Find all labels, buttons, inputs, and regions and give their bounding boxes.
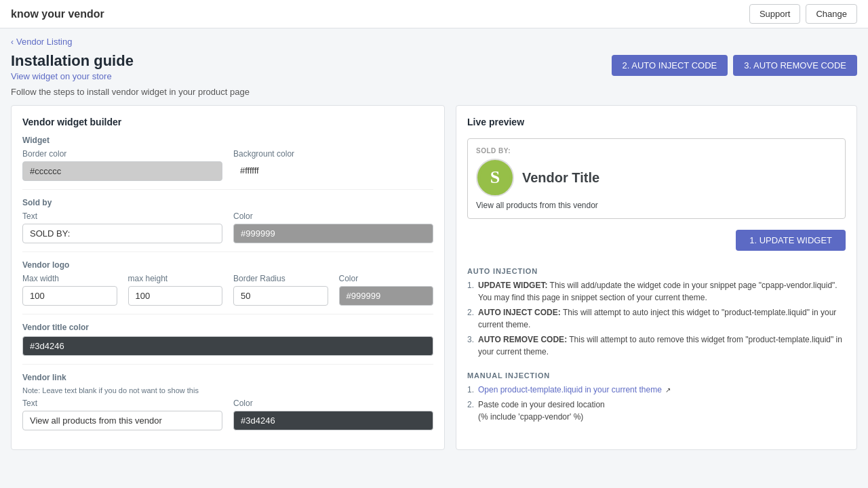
border-color-swatch[interactable]: #cccccc	[22, 161, 222, 181]
widget-section-label: Widget	[22, 136, 433, 145]
max-width-group: Max width	[22, 274, 117, 306]
auto-injection-list: UPDATE WIDGET: This will add/update the …	[467, 279, 846, 358]
breadcrumb[interactable]: ‹ Vendor Listing	[0, 28, 868, 47]
vendor-link-text-input[interactable]	[22, 411, 222, 430]
manual-injection-item-1: Open product-template.liquid in your cur…	[467, 384, 846, 396]
header-actions: 2. AUTO INJECT CODE 3. AUTO REMOVE CODE	[612, 55, 857, 76]
preview-sold-by-label: SOLD BY:	[476, 147, 837, 155]
border-color-label: Border color	[22, 149, 222, 159]
app-logo: know your vendor	[11, 8, 104, 20]
top-nav: know your vendor Support Change	[0, 0, 868, 28]
vendor-link-color-swatch[interactable]: #3d4246	[233, 411, 433, 430]
vendor-logo-section-label: Vendor logo	[22, 260, 433, 270]
auto-injection-section: AUTO INJECTION UPDATE WIDGET: This will …	[467, 267, 846, 366]
preview-vendor-link[interactable]: View all products from this vendor	[476, 201, 837, 210]
main-layout: Vendor widget builder Widget Border colo…	[0, 105, 868, 461]
vendor-title-text: Vendor Title	[522, 170, 599, 186]
auto-remove-button[interactable]: 3. AUTO REMOVE CODE	[733, 55, 857, 76]
auto-injection-item-1: UPDATE WIDGET: This will add/update the …	[467, 279, 846, 304]
external-link-icon: ↗	[665, 386, 671, 394]
include-code-text: (% include 'cpapp-vendor' %)	[478, 412, 583, 422]
vendor-logo: S	[476, 159, 514, 197]
svg-text:S: S	[490, 167, 500, 187]
sold-by-color-swatch[interactable]: #999999	[233, 224, 433, 243]
vendor-link-text-label: Text	[22, 399, 222, 408]
nav-actions: Support Change	[749, 4, 857, 24]
vendor-link-row: Text Color #3d4246	[22, 399, 433, 430]
auto-injection-key-3: AUTO REMOVE CODE:	[478, 335, 567, 344]
view-store-link[interactable]: View widget on your store	[11, 71, 134, 81]
bg-color-label: Backgrount color	[233, 149, 433, 159]
change-button[interactable]: Change	[806, 4, 857, 24]
sold-by-text-label: Text	[22, 211, 222, 221]
manual-injection-item-2: Paste code in your desired location (% i…	[467, 399, 846, 423]
widget-preview-box: SOLD BY: S Vendor Title View all product…	[467, 138, 846, 219]
page-title-area: Installation guide View widget on your s…	[11, 52, 134, 81]
page-title: Installation guide	[11, 52, 134, 70]
vendor-link-text-group: Text	[22, 399, 222, 430]
sold-by-text-input[interactable]	[22, 224, 222, 243]
auto-injection-item-3: AUTO REMOVE CODE: This will attempt to a…	[467, 333, 846, 358]
left-panel: Vendor widget builder Widget Border colo…	[11, 105, 445, 450]
live-preview-title: Live preview	[467, 117, 846, 127]
auto-inject-button[interactable]: 2. AUTO INJECT CODE	[612, 55, 728, 76]
sold-by-color-group: Color #999999	[233, 211, 433, 243]
vendor-link-note: Note: Leave text blank if you do not wan…	[22, 386, 433, 394]
paste-code-text: Paste code in your desired location	[478, 400, 605, 409]
vendor-link-section-label: Vendor link	[22, 373, 433, 382]
max-width-label: Max width	[22, 274, 117, 283]
max-height-label: max height	[128, 274, 223, 283]
vendor-title: Vendor Title	[522, 170, 599, 186]
manual-injection-title: MANUAL INJECTION	[467, 371, 846, 380]
page-description: Follow the steps to install vendor widge…	[0, 84, 868, 105]
breadcrumb-arrow-icon: ‹	[11, 37, 14, 47]
vendor-title-color-swatch[interactable]: #3d4246	[22, 336, 433, 356]
right-panel: Live preview SOLD BY: S Vendor Title Vie…	[456, 105, 857, 450]
vendor-logo-row: Max width max height Border Radius Color…	[22, 274, 433, 306]
open-template-link[interactable]: Open product-template.liquid in your cur…	[478, 385, 662, 394]
sold-by-section-label: Sold by	[22, 198, 433, 207]
vendor-title-color-label: Vendor title color	[22, 323, 433, 332]
max-height-input[interactable]	[128, 286, 223, 306]
update-widget-button[interactable]: 1. UPDATE WIDGET	[736, 230, 846, 251]
manual-injection-list: Open product-template.liquid in your cur…	[467, 384, 846, 423]
logo-color-group: Color #999999	[339, 274, 434, 306]
max-width-input[interactable]	[22, 286, 117, 306]
logo-color-swatch[interactable]: #999999	[339, 286, 434, 306]
auto-injection-item-2: AUTO INJECT CODE: This will attempt to a…	[467, 306, 846, 331]
widget-builder-title: Vendor widget builder	[22, 117, 433, 127]
auto-injection-key-1: UPDATE WIDGET:	[478, 281, 547, 290]
widget-colors-row: Border color #cccccc Backgrount color #f…	[22, 149, 433, 181]
vendor-info-row: S Vendor Title	[476, 159, 837, 197]
border-color-group: Border color #cccccc	[22, 149, 222, 181]
sold-by-row: Text Color #999999	[22, 211, 433, 243]
support-button[interactable]: Support	[749, 4, 801, 24]
bg-color-group: Backgrount color #ffffff	[233, 149, 433, 181]
shopify-logo-icon: S	[480, 163, 510, 192]
page-header: Installation guide View widget on your s…	[0, 47, 868, 84]
max-height-group: max height	[128, 274, 223, 306]
vendor-link-color-group: Color #3d4246	[233, 399, 433, 430]
border-radius-group: Border Radius	[233, 274, 328, 306]
sold-by-color-label: Color	[233, 211, 433, 221]
bg-color-value: #ffffff	[233, 161, 433, 180]
border-radius-label: Border Radius	[233, 274, 328, 283]
manual-injection-section: MANUAL INJECTION Open product-template.l…	[467, 371, 846, 431]
auto-injection-key-2: AUTO INJECT CODE:	[478, 308, 561, 317]
logo-color-label: Color	[339, 274, 434, 283]
sold-by-text-group: Text	[22, 211, 222, 243]
vendor-link-color-label: Color	[233, 399, 433, 408]
auto-injection-title: AUTO INJECTION	[467, 267, 846, 275]
breadcrumb-label: Vendor Listing	[16, 37, 72, 47]
border-radius-input[interactable]	[233, 286, 328, 306]
